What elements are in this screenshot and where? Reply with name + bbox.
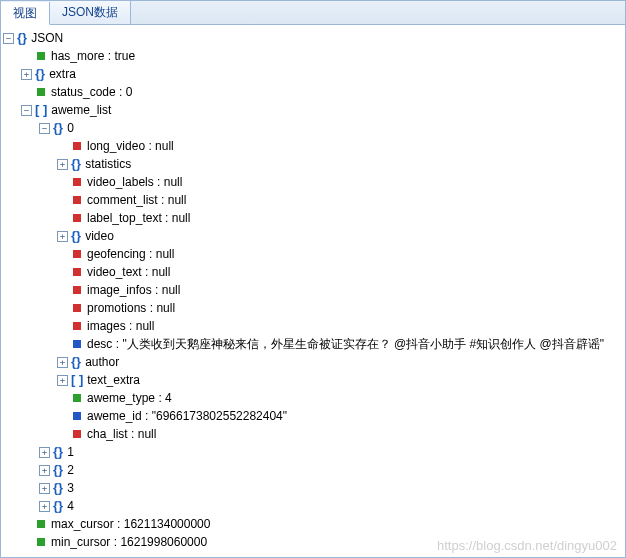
node-long-video[interactable]: long_video : null <box>3 137 623 155</box>
node-item-4[interactable]: + {} 4 <box>3 497 623 515</box>
window: 视图 JSON数据 − {} JSON has_more : true + {}… <box>0 0 626 558</box>
node-label: extra <box>49 65 76 83</box>
leaf-icon <box>35 538 47 546</box>
leaf-icon <box>71 430 83 438</box>
node-text-extra[interactable]: + [ ] text_extra <box>3 371 623 389</box>
value: "6966173802552282404" <box>152 407 287 425</box>
node-item-3[interactable]: + {} 3 <box>3 479 623 497</box>
leaf-icon <box>71 322 83 330</box>
collapse-icon[interactable]: − <box>3 33 14 44</box>
leaf-icon <box>71 286 83 294</box>
expand-icon[interactable]: + <box>39 483 50 494</box>
leaf-icon <box>35 88 47 96</box>
key: aweme_id <box>87 407 142 425</box>
key: max_cursor <box>51 515 114 533</box>
node-item-1[interactable]: + {} 1 <box>3 443 623 461</box>
node-root[interactable]: − {} JSON <box>3 29 623 47</box>
node-label: author <box>85 353 119 371</box>
expand-icon[interactable]: + <box>57 357 68 368</box>
node-image-infos[interactable]: image_infos : null <box>3 281 623 299</box>
node-item-0[interactable]: − {} 0 <box>3 119 623 137</box>
object-icon: {} <box>53 461 63 479</box>
value: null <box>156 245 175 263</box>
key: min_cursor <box>51 533 110 551</box>
node-label: 3 <box>67 479 74 497</box>
key: images <box>87 317 126 335</box>
node-label: 1 <box>67 443 74 461</box>
node-has-more[interactable]: has_more : true <box>3 47 623 65</box>
leaf-icon <box>71 340 83 348</box>
node-min-cursor[interactable]: min_cursor : 1621998060000 <box>3 533 623 551</box>
node-images[interactable]: images : null <box>3 317 623 335</box>
expand-icon[interactable]: + <box>57 375 68 386</box>
object-icon: {} <box>71 155 81 173</box>
value: true <box>114 47 135 65</box>
node-label: video <box>85 227 114 245</box>
collapse-icon[interactable]: − <box>39 123 50 134</box>
node-label: 2 <box>67 461 74 479</box>
node-geofencing[interactable]: geofencing : null <box>3 245 623 263</box>
expand-icon[interactable]: + <box>21 69 32 80</box>
node-aweme-id[interactable]: aweme_id : "6966173802552282404" <box>3 407 623 425</box>
expand-icon[interactable]: + <box>39 447 50 458</box>
value: null <box>138 425 157 443</box>
node-video-text[interactable]: video_text : null <box>3 263 623 281</box>
node-item-2[interactable]: + {} 2 <box>3 461 623 479</box>
node-video-labels[interactable]: video_labels : null <box>3 173 623 191</box>
node-video[interactable]: + {} video <box>3 227 623 245</box>
node-extra[interactable]: + {} extra <box>3 65 623 83</box>
object-icon: {} <box>35 65 45 83</box>
object-icon: {} <box>71 227 81 245</box>
leaf-icon <box>71 142 83 150</box>
key: comment_list <box>87 191 158 209</box>
expand-icon[interactable]: + <box>57 159 68 170</box>
node-cha-list[interactable]: cha_list : null <box>3 425 623 443</box>
key: label_top_text <box>87 209 162 227</box>
leaf-icon <box>71 178 83 186</box>
node-label-top-text[interactable]: label_top_text : null <box>3 209 623 227</box>
leaf-icon <box>71 214 83 222</box>
key: video_labels <box>87 173 154 191</box>
key: has_more <box>51 47 104 65</box>
leaf-icon <box>35 52 47 60</box>
leaf-icon <box>71 412 83 420</box>
node-author[interactable]: + {} author <box>3 353 623 371</box>
value: 4 <box>165 389 172 407</box>
node-max-cursor[interactable]: max_cursor : 1621134000000 <box>3 515 623 533</box>
expand-icon[interactable]: + <box>39 465 50 476</box>
object-icon: {} <box>53 119 63 137</box>
leaf-icon <box>71 268 83 276</box>
tab-json-data[interactable]: JSON数据 <box>50 1 131 24</box>
collapse-icon[interactable]: − <box>21 105 32 116</box>
expand-icon[interactable]: + <box>57 231 68 242</box>
key: status_code <box>51 83 116 101</box>
key: geofencing <box>87 245 146 263</box>
key: promotions <box>87 299 146 317</box>
value: null <box>155 137 174 155</box>
expand-icon[interactable]: + <box>39 501 50 512</box>
key: image_infos <box>87 281 152 299</box>
value: null <box>172 209 191 227</box>
node-label: 0 <box>67 119 74 137</box>
node-promotions[interactable]: promotions : null <box>3 299 623 317</box>
node-status-code[interactable]: status_code : 0 <box>3 83 623 101</box>
key: cha_list <box>87 425 128 443</box>
tab-bar: 视图 JSON数据 <box>1 1 625 25</box>
leaf-icon <box>71 196 83 204</box>
node-label: JSON <box>31 29 63 47</box>
leaf-icon <box>71 394 83 402</box>
node-statistics[interactable]: + {} statistics <box>3 155 623 173</box>
node-aweme-list[interactable]: − [ ] aweme_list <box>3 101 623 119</box>
node-label: 4 <box>67 497 74 515</box>
node-aweme-type[interactable]: aweme_type : 4 <box>3 389 623 407</box>
key: video_text <box>87 263 142 281</box>
node-desc[interactable]: desc : "人类收到天鹅座神秘来信，外星生命被证实存在？ @抖音小助手 #知… <box>3 335 623 353</box>
object-icon: {} <box>17 29 27 47</box>
key: aweme_type <box>87 389 155 407</box>
node-comment-list[interactable]: comment_list : null <box>3 191 623 209</box>
value: "人类收到天鹅座神秘来信，外星生命被证实存在？ @抖音小助手 #知识创作人 @抖… <box>122 335 604 353</box>
leaf-icon <box>35 520 47 528</box>
value: null <box>168 191 187 209</box>
tab-view[interactable]: 视图 <box>1 2 50 25</box>
key: long_video <box>87 137 145 155</box>
